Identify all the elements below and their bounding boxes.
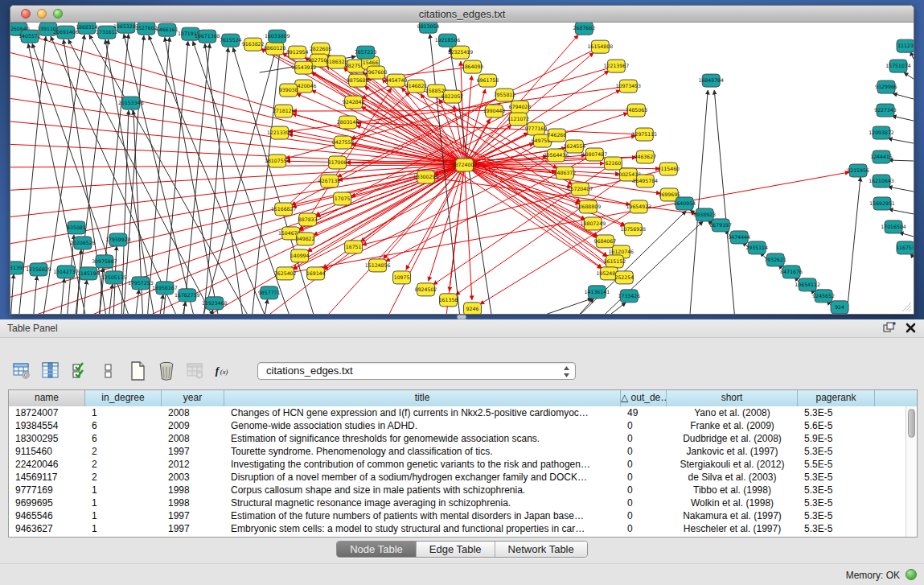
cell-in_degree[interactable]: 6 [85,432,162,445]
cell-short[interactable]: Nakamura et al. (1997) [667,509,798,522]
cell-pagerank[interactable]: 5.6E-5 [798,419,875,432]
cell-name[interactable]: 9699695 [9,496,85,509]
graph-node[interactable]: 8471676 [780,266,803,278]
cell-name[interactable]: 9463627 [9,522,85,535]
cell-pagerank[interactable]: 5.9E-5 [798,432,875,445]
graph-node[interactable]: 10975 [393,271,411,284]
graph-node[interactable]: 15166827 [271,203,297,216]
black-edge[interactable] [846,177,860,314]
red-edge[interactable] [465,171,472,300]
graph-node[interactable]: 9242848 [343,96,365,109]
column-visibility-icon[interactable] [40,360,61,382]
network-window[interactable]: citations_edges.txt 18724007916382288601… [10,5,914,315]
red-edge[interactable] [259,47,626,225]
graph-node[interactable]: 12325419 [448,46,474,59]
graph-node[interactable]: 949822 [296,233,315,245]
network-view[interactable]: 1872400791638228860128891295428226059827… [10,23,914,314]
graph-node[interactable]: 16782759 [175,289,200,302]
graph-node[interactable]: 252254 [615,271,634,284]
cell-year[interactable]: 1998 [162,484,224,496]
graph-node[interactable]: 6961758 [477,74,499,87]
graph-node[interactable]: 924 [831,301,848,314]
cell-out_de[interactable]: 0 [621,458,667,471]
graph-node[interactable]: 1121072 [507,113,530,126]
graph-node[interactable]: 1145194 [77,267,100,280]
graph-node[interactable]: 19654923 [626,200,652,213]
black-edge[interactable] [889,160,914,161]
graph-node[interactable]: 15124856 [365,259,391,272]
black-edge[interactable] [888,187,914,192]
cell-pagerank[interactable]: 5.5E-5 [798,458,875,471]
graph-node[interactable]: 887833 [298,213,318,226]
graph-node[interactable]: 17016504 [881,220,906,233]
black-edge[interactable] [33,276,37,314]
cell-name[interactable]: 18300295 [9,432,85,445]
graph-node[interactable]: 8215956 [847,164,869,177]
table-row[interactable]: 1872400712008Changes of HCN gene express… [9,406,917,419]
graph-node[interactable]: 1244415 [870,150,893,163]
cell-pagerank[interactable]: 5.3E-5 [798,406,875,419]
graph-node[interactable]: 17075 [334,192,351,205]
graph-node[interactable]: 10654112 [795,278,820,291]
cell-in_degree[interactable]: 2 [85,471,162,484]
graph-node[interactable]: 116753 [896,241,914,254]
cell-short[interactable]: Jankovic et al. (1997) [667,445,798,458]
cell-year[interactable]: 2003 [162,471,224,484]
graph-node[interactable]: 12213399 [267,126,293,139]
cell-out_de[interactable]: 0 [621,445,667,458]
table-row[interactable]: 1830029562008Estimation of significance … [9,432,917,445]
black-edge[interactable] [904,72,914,79]
new-table-icon[interactable] [127,360,148,382]
tab-node-table[interactable]: Node Table [337,542,417,557]
table-scrollbar[interactable] [906,406,917,537]
black-edge[interactable] [10,274,14,314]
graph-node[interactable]: 8924502 [415,283,437,296]
cell-out_de[interactable]: 0 [621,509,667,522]
cell-out_de[interactable]: 0 [621,419,667,432]
graph-node[interactable]: 16210643 [869,175,894,187]
graph-node[interactable]: 6466161 [156,23,179,36]
graph-node[interactable]: 16958167 [152,282,178,295]
graph-node[interactable]: 7486372 [554,167,577,179]
graph-node[interactable]: 7485063 [626,104,648,117]
cell-in_degree[interactable]: 1 [85,509,162,522]
cell-pagerank[interactable]: 5.3E-5 [798,484,875,496]
float-panel-icon[interactable] [883,322,896,333]
cell-in_degree[interactable]: 1 [85,484,162,496]
row-options-icon[interactable] [98,360,119,382]
cell-short[interactable]: Stergiakouli et al. (2012) [667,458,798,471]
memory-status-indicator[interactable] [906,569,917,580]
graph-node[interactable]: 1990448 [483,105,506,117]
cell-short[interactable]: de Silva et al. (2003) [667,471,798,484]
cell-name[interactable]: 22420046 [9,458,85,471]
graph-node[interactable]: 19218506 [435,34,461,47]
graph-node[interactable]: 939038 [279,84,298,97]
graph-node[interactable]: 6822057 [441,90,464,103]
graph-node[interactable]: 2935114 [745,241,768,254]
cell-in_degree[interactable]: 6 [85,419,162,432]
cell-pagerank[interactable]: 5.3E-5 [798,445,875,458]
graph-node[interactable]: 1527602 [135,23,158,35]
graph-node[interactable]: 6679197 [709,219,732,232]
graph-node[interactable]: 17959928 [105,233,131,246]
graph-node[interactable]: 15720407 [568,183,593,196]
graph-node[interactable]: 317006 [328,156,347,169]
graph-node[interactable]: 16543912 [291,61,317,74]
cell-in_degree[interactable]: 2 [85,445,162,458]
red-edge[interactable] [293,110,630,111]
cell-year[interactable]: 1998 [162,496,224,509]
graph-node[interactable]: 10807487 [582,148,608,161]
table-row[interactable]: 1938455462009Genome-wide association stu… [9,419,917,432]
table-select-dropdown[interactable]: citations_edges.txt [257,362,576,380]
cell-short[interactable]: Franke et al. (2009) [667,419,798,432]
graph-node[interactable]: 18107554 [265,154,290,167]
graph-node[interactable]: 15692951 [869,197,895,210]
cell-title[interactable]: Investigating the contribution of common… [224,458,621,471]
cell-title[interactable]: Embryonic stem cells: a model to study s… [224,522,621,535]
graph-node[interactable]: 9777169 [525,122,548,135]
cell-name[interactable]: 14569117 [9,471,85,484]
graph-node[interactable]: 12975115 [632,128,658,141]
column-header-out_de[interactable]: △ out_de… [621,390,667,406]
graph-node[interactable]: 2803144 [337,116,359,129]
graph-node[interactable]: 9474444 [728,231,750,244]
